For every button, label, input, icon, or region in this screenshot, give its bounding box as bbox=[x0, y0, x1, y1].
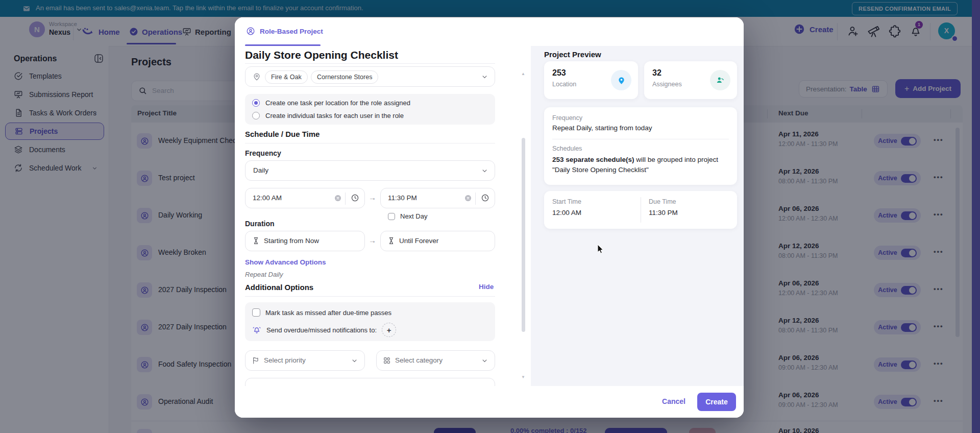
duration-label: Duration bbox=[245, 220, 275, 228]
start-time-value: 12:00 AM bbox=[552, 209, 581, 216]
modal-footer: Cancel Create bbox=[235, 386, 744, 418]
start-time-value: 12:00 AM bbox=[253, 194, 282, 202]
arrow-right-icon: → bbox=[369, 193, 376, 202]
modal-form-pane: Daily Store Opening Checklist Fire & Oak… bbox=[235, 46, 531, 386]
project-name-title[interactable]: Daily Store Opening Checklist bbox=[245, 49, 398, 61]
scroll-up-arrow[interactable]: ▲ bbox=[521, 71, 525, 76]
mark-missed-label: Mark task as missed after due-time passe… bbox=[265, 309, 391, 317]
notifications-label: Send overdue/missed notifications to: bbox=[266, 326, 377, 334]
app-root: An email has been sent to sales@xenia.te… bbox=[0, 0, 980, 433]
duration-end-input[interactable]: Until Forever bbox=[380, 231, 495, 251]
bell-icon bbox=[252, 325, 261, 334]
flag-icon bbox=[252, 356, 260, 365]
clear-icon[interactable] bbox=[464, 194, 472, 202]
priority-select[interactable]: Select priority bbox=[245, 350, 365, 371]
location-count: 253 bbox=[552, 68, 566, 78]
hourglass-icon bbox=[252, 236, 260, 245]
radio-label: Create individual tasks for each user in… bbox=[265, 112, 404, 119]
end-time-value: 11:30 PM bbox=[388, 194, 417, 202]
next-day-checkbox[interactable]: Next Day bbox=[388, 212, 427, 220]
location-chip: Fire & Oak bbox=[265, 70, 308, 84]
project-preview-pane: Project Preview 253 Location 32 Assignee… bbox=[531, 46, 744, 386]
priority-placeholder: Select priority bbox=[264, 356, 306, 364]
show-advanced-options-link[interactable]: Show Advanced Options bbox=[245, 258, 326, 266]
assignee-count-card: 32 Assignees bbox=[644, 61, 737, 99]
end-time-input[interactable]: 11:30 PM bbox=[380, 188, 495, 208]
people-icon bbox=[710, 70, 730, 90]
modal-tabbar: Role-Based Project bbox=[235, 17, 744, 46]
additional-options-heading: Additional Options bbox=[245, 283, 313, 292]
category-select[interactable]: Select category bbox=[376, 350, 495, 371]
cancel-button[interactable]: Cancel bbox=[658, 397, 689, 405]
modal-scrollbar-thumb[interactable] bbox=[522, 138, 525, 332]
mark-missed-checkbox[interactable]: Mark task as missed after due-time passe… bbox=[252, 308, 391, 317]
clock-icon[interactable] bbox=[351, 194, 359, 202]
chevron-down-icon[interactable] bbox=[481, 73, 488, 81]
due-time-label: Due Time bbox=[649, 198, 676, 205]
location-chip: Cornerstone Stores bbox=[311, 70, 378, 84]
add-notification-recipient-button[interactable]: + bbox=[382, 323, 396, 337]
schedules-count: 253 separate schedule(s) bbox=[552, 156, 634, 163]
frequency-schedules-card: Frequency Repeat Daily, starting from to… bbox=[544, 107, 737, 185]
tab-role-based-project[interactable]: Role-Based Project bbox=[246, 27, 323, 36]
map-pin-icon bbox=[611, 70, 631, 90]
radio-unselected-icon bbox=[252, 112, 260, 119]
tab-label: Role-Based Project bbox=[260, 28, 323, 35]
assignee-count: 32 bbox=[652, 68, 662, 78]
schedules-rest: will be grouped into project bbox=[634, 156, 718, 163]
chevron-down-icon bbox=[481, 357, 488, 365]
category-placeholder: Select category bbox=[395, 356, 443, 364]
location-selector[interactable]: Fire & Oak Cornerstone Stores bbox=[245, 66, 495, 87]
frequency-label: Frequency bbox=[245, 149, 281, 157]
person-circle-icon bbox=[246, 27, 255, 36]
location-label: Location bbox=[552, 81, 576, 88]
assignee-label: Assignees bbox=[652, 81, 682, 88]
clipped-next-field bbox=[245, 378, 495, 386]
hide-link[interactable]: Hide bbox=[479, 283, 494, 291]
preview-schedules-label: Schedules bbox=[552, 145, 582, 152]
frequency-select[interactable]: Daily bbox=[245, 160, 495, 181]
duration-start-input[interactable]: Starting from Now bbox=[245, 231, 365, 251]
checkbox-icon bbox=[252, 308, 260, 317]
overdue-notifications-row: Send overdue/missed notifications to: + bbox=[252, 323, 396, 337]
scroll-down-arrow[interactable]: ▼ bbox=[521, 375, 525, 379]
due-time-value: 11:30 PM bbox=[649, 209, 678, 216]
checkbox-icon bbox=[388, 213, 395, 220]
radio-one-task-per-location[interactable]: Create one task per location for the rol… bbox=[252, 99, 410, 107]
start-time-input[interactable]: 12:00 AM bbox=[245, 188, 365, 208]
mouse-cursor bbox=[597, 244, 606, 254]
radio-selected-icon bbox=[252, 99, 260, 107]
arrow-right-icon: → bbox=[369, 236, 376, 245]
preview-schedules-text: 253 separate schedule(s) will be grouped… bbox=[552, 155, 729, 175]
map-pin-icon bbox=[252, 72, 261, 81]
chevron-down-icon bbox=[351, 357, 358, 365]
clock-icon[interactable] bbox=[481, 194, 489, 202]
frequency-value: Daily bbox=[253, 166, 268, 174]
schedule-section-heading: Schedule / Due Time bbox=[245, 130, 320, 138]
radio-individual-tasks[interactable]: Create individual tasks for each user in… bbox=[252, 112, 404, 119]
task-mode-group: Create one task per location for the rol… bbox=[245, 94, 495, 125]
schedules-project-name: "Daily Store Opening Checklist" bbox=[552, 165, 729, 175]
missed-options-card: Mark task as missed after due-time passe… bbox=[245, 302, 495, 341]
next-day-label: Next Day bbox=[400, 212, 427, 220]
duration-end-value: Until Forever bbox=[399, 237, 438, 245]
location-count-card: 253 Location bbox=[544, 61, 638, 99]
create-submit-button[interactable]: Create bbox=[697, 393, 736, 411]
preview-frequency-label: Frequency bbox=[552, 114, 582, 122]
start-time-label: Start Time bbox=[552, 198, 581, 205]
chevron-down-icon bbox=[481, 167, 488, 175]
hourglass-icon bbox=[387, 236, 396, 245]
radio-label: Create one task per location for the rol… bbox=[265, 99, 410, 107]
create-project-modal: Role-Based Project Daily Store Opening C… bbox=[235, 17, 744, 418]
preview-frequency-value: Repeat Daily, starting from today bbox=[552, 124, 652, 132]
duration-start-value: Starting from Now bbox=[264, 237, 319, 245]
category-grid-icon bbox=[383, 356, 391, 365]
preview-heading: Project Preview bbox=[544, 50, 601, 59]
clear-icon[interactable] bbox=[334, 194, 342, 202]
repeat-summary: Repeat Daily bbox=[245, 271, 283, 278]
times-card: Start Time 12:00 AM Due Time 11:30 PM bbox=[544, 191, 737, 229]
